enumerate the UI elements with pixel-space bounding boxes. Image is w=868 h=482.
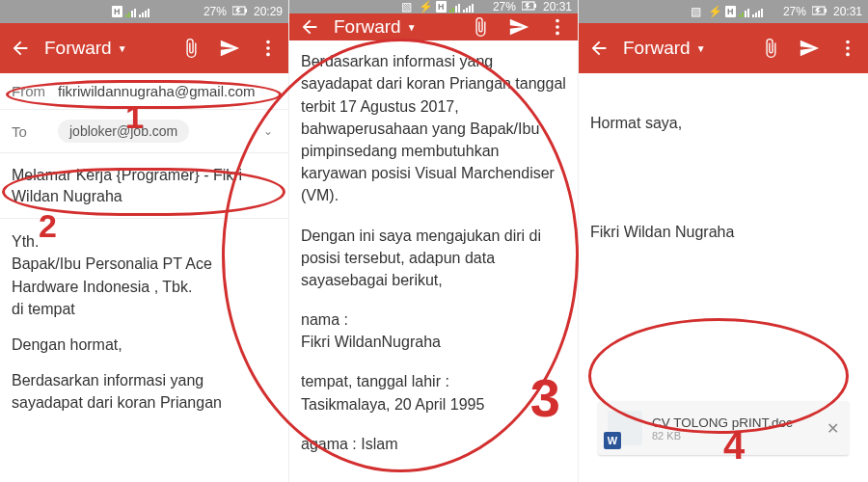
screenshot-pane-2: ▧ ⚡ H 27% 20:31 Forward ▼ [289, 0, 579, 482]
signal-icon-2 [139, 7, 149, 17]
recipient-chip[interactable]: jobloker@job.com [58, 120, 189, 143]
expand-recipients-icon[interactable]: ⌄ [259, 124, 277, 138]
screen-title-dropdown[interactable]: Forward ▼ [44, 38, 167, 59]
compose-content: From fikriwildannugraha@gmail.com To job… [0, 73, 288, 482]
attach-icon[interactable] [760, 38, 781, 59]
email-body[interactable]: Berdasarkan informasi yang sayadapat dar… [289, 40, 578, 482]
from-value: fikriwildannugraha@gmail.com [58, 83, 277, 99]
back-arrow-icon[interactable] [299, 16, 320, 38]
app-bar: Forward ▼ [0, 23, 288, 73]
svg-marker-14 [815, 8, 821, 14]
svg-point-10 [556, 25, 559, 29]
battery-charging-icon [812, 5, 827, 18]
attachment-filename: CV TOLONG pRINT.doc [652, 415, 817, 430]
overflow-menu-icon[interactable] [258, 38, 279, 59]
subject-field[interactable]: Melamar Kerja {Programer} - Fikri Wildan… [0, 153, 288, 219]
attachment-filesize: 82 KB [652, 430, 817, 442]
network-badge: H [725, 6, 736, 17]
signal-icon-2 [463, 2, 474, 13]
svg-point-16 [846, 46, 850, 50]
attachment-thumbnail: W [608, 411, 642, 445]
attach-icon[interactable] [180, 38, 202, 59]
battery-charging-icon [232, 5, 248, 18]
email-body[interactable]: Hormat saya, Fikri Wildan Nugraha [579, 73, 868, 270]
send-icon[interactable] [219, 38, 240, 59]
battery-percent: 27% [493, 0, 516, 13]
svg-marker-2 [235, 8, 241, 14]
app-bar: Forward ▼ [289, 13, 578, 40]
overflow-menu-icon[interactable] [547, 16, 568, 38]
svg-point-11 [556, 32, 559, 36]
picture-icon: ▧ [401, 0, 412, 13]
svg-rect-13 [825, 9, 827, 13]
signal-icon [449, 2, 460, 13]
clock: 20:31 [543, 0, 572, 13]
screen-title-dropdown[interactable]: Forward ▼ [334, 16, 456, 38]
svg-point-9 [556, 19, 559, 23]
status-bar: H 27% 20:29 [0, 0, 288, 23]
caret-down-icon: ▼ [407, 22, 417, 33]
to-label: To [12, 123, 58, 140]
from-field[interactable]: From fikriwildannugraha@gmail.com [0, 73, 288, 110]
battery-percent: 27% [783, 5, 806, 18]
screen-title-dropdown[interactable]: Forward ▼ [623, 38, 746, 59]
screen-title: Forward [334, 16, 401, 38]
send-icon[interactable] [799, 38, 820, 59]
screen-title: Forward [44, 38, 112, 59]
svg-rect-1 [245, 9, 247, 13]
signal-icon [125, 7, 136, 17]
svg-marker-8 [525, 3, 530, 10]
back-arrow-icon[interactable] [588, 38, 610, 59]
word-doc-badge: W [604, 432, 621, 449]
attachment-chip[interactable]: W CV TOLONG pRINT.doc 82 KB ✕ [598, 401, 849, 455]
screenshot-pane-3: ▧ ⚡ H 27% 20:31 Forward ▼ [579, 0, 868, 482]
plug-icon: ⚡ [708, 5, 722, 18]
clock: 20:29 [254, 5, 283, 18]
back-arrow-icon[interactable] [10, 38, 31, 59]
to-field[interactable]: To jobloker@job.com ⌄ [0, 110, 288, 153]
screenshot-pane-1: H 27% 20:29 Forward ▼ [0, 0, 289, 482]
status-bar: ▧ ⚡ H 27% 20:31 [579, 0, 868, 23]
battery-charging-icon [522, 0, 537, 13]
app-bar: Forward ▼ [579, 23, 868, 73]
network-badge: H [436, 1, 447, 13]
caret-down-icon: ▼ [118, 43, 127, 54]
svg-point-3 [266, 40, 270, 44]
email-body[interactable]: Yth. Bapak/Ibu Personalia PT Ace Hardwar… [0, 219, 288, 439]
svg-point-4 [266, 46, 270, 50]
from-label: From [12, 83, 58, 99]
svg-point-5 [266, 53, 270, 57]
signal-icon [739, 7, 749, 17]
plug-icon: ⚡ [419, 0, 433, 13]
remove-attachment-icon[interactable]: ✕ [827, 419, 839, 438]
network-badge: H [112, 6, 122, 17]
overflow-menu-icon[interactable] [837, 38, 858, 59]
attach-icon[interactable] [470, 16, 491, 38]
status-bar: ▧ ⚡ H 27% 20:31 [289, 0, 578, 13]
screen-title: Forward [623, 38, 691, 59]
svg-rect-7 [534, 4, 536, 8]
picture-icon: ▧ [691, 5, 701, 18]
clock: 20:31 [833, 5, 862, 18]
svg-point-17 [846, 53, 850, 57]
send-icon[interactable] [508, 16, 529, 38]
signal-icon-2 [752, 7, 763, 17]
caret-down-icon: ▼ [696, 43, 706, 54]
battery-percent: 27% [203, 5, 227, 18]
svg-point-15 [846, 40, 850, 44]
